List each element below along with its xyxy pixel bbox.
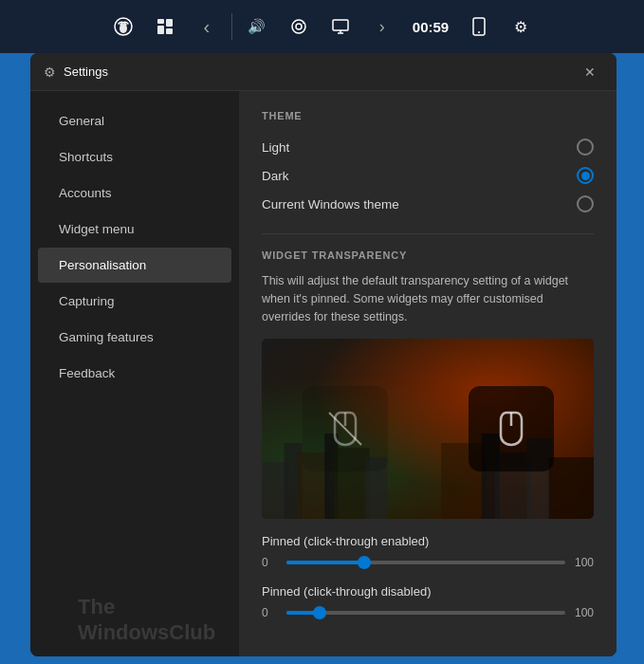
sidebar-item-accounts[interactable]: Accounts xyxy=(38,175,231,211)
slider-2-min: 0 xyxy=(262,606,277,619)
preview-widget-overlay xyxy=(262,339,594,519)
theme-dark-label: Dark xyxy=(262,169,289,183)
slider-2-thumb[interactable] xyxy=(313,606,326,619)
theme-windows-radio[interactable] xyxy=(577,195,594,212)
settings-header: ⚙ Settings ✕ xyxy=(30,53,616,91)
sidebar-item-gaming-features[interactable]: Gaming features xyxy=(38,320,231,355)
slider-1-label: Pinned (click-through enabled) xyxy=(262,534,594,548)
monitor-icon[interactable] xyxy=(323,9,358,44)
preview-widget-solid xyxy=(469,386,554,471)
preview-widget-transparent xyxy=(303,386,388,471)
settings-header-gear-icon: ⚙ xyxy=(44,65,56,80)
settings-body: General Shortcuts Accounts Widget menu P… xyxy=(30,91,616,656)
widgets-icon[interactable] xyxy=(148,9,182,44)
theme-dark-radio[interactable] xyxy=(577,167,594,184)
sidebar-item-widget-menu[interactable]: Widget menu xyxy=(38,212,231,247)
svg-point-13 xyxy=(478,31,480,33)
more-icon[interactable]: › xyxy=(365,9,399,44)
phone-icon[interactable] xyxy=(462,9,496,44)
slider-2-track[interactable] xyxy=(286,611,565,615)
sidebar: General Shortcuts Accounts Widget menu P… xyxy=(30,91,239,656)
svg-point-1 xyxy=(120,24,127,33)
theme-dark-option[interactable]: Dark xyxy=(262,161,594,190)
slider-2-row: 0 100 xyxy=(262,606,594,619)
slider-1-row: 0 100 xyxy=(262,556,594,569)
sidebar-item-shortcuts[interactable]: Shortcuts xyxy=(38,139,231,175)
preview-area xyxy=(262,339,594,519)
svg-rect-5 xyxy=(166,28,173,34)
svg-point-7 xyxy=(296,24,302,29)
theme-windows-option[interactable]: Current Windows theme xyxy=(262,190,594,218)
slider-2-label: Pinned (click-through disabled) xyxy=(262,584,594,599)
transparency-description: This will adjust the default transparenc… xyxy=(262,272,594,325)
back-icon[interactable]: ‹ xyxy=(190,9,224,44)
slider-1-thumb[interactable] xyxy=(358,556,371,569)
radio-selected-indicator xyxy=(581,172,590,180)
sidebar-item-general[interactable]: General xyxy=(38,103,231,138)
theme-light-label: Light xyxy=(262,140,289,155)
main-content: THEME Light Dark Current Windows theme W… xyxy=(239,91,616,656)
sidebar-item-capturing[interactable]: Capturing xyxy=(38,284,231,319)
theme-windows-label: Current Windows theme xyxy=(262,197,399,212)
svg-point-8 xyxy=(303,22,304,24)
volume-icon[interactable]: 🔊 xyxy=(240,9,274,44)
slider-1-min: 0 xyxy=(262,556,277,569)
xbox-icon[interactable] xyxy=(106,9,140,44)
slider-1-track[interactable] xyxy=(286,561,565,564)
section-divider xyxy=(262,233,594,234)
clock: 00:59 xyxy=(407,19,454,35)
svg-rect-3 xyxy=(166,19,173,27)
settings-close-button[interactable]: ✕ xyxy=(577,59,603,85)
settings-gear-icon[interactable]: ⚙ xyxy=(504,9,538,44)
svg-rect-2 xyxy=(157,19,164,24)
svg-rect-9 xyxy=(333,20,348,30)
theme-light-radio[interactable] xyxy=(577,138,594,156)
taskbar: ‹ 🔊 › 00:59 ⚙ xyxy=(0,0,644,53)
slider-1-max: 100 xyxy=(575,556,594,569)
sidebar-item-personalisation[interactable]: Personalisation xyxy=(38,248,231,283)
svg-rect-4 xyxy=(157,26,164,34)
divider xyxy=(231,13,232,40)
transparency-section-label: WIDGET TRANSPARENCY xyxy=(262,249,594,261)
theme-light-option[interactable]: Light xyxy=(262,133,594,161)
settings-panel: ⚙ Settings ✕ General Shortcuts Accounts … xyxy=(30,53,616,656)
camera-icon[interactable] xyxy=(282,9,316,44)
theme-section-label: THEME xyxy=(262,110,594,121)
slider-2-max: 100 xyxy=(575,606,594,619)
settings-title: Settings xyxy=(64,65,577,79)
slider-1-fill xyxy=(286,561,364,564)
sidebar-item-feedback[interactable]: Feedback xyxy=(38,356,231,391)
